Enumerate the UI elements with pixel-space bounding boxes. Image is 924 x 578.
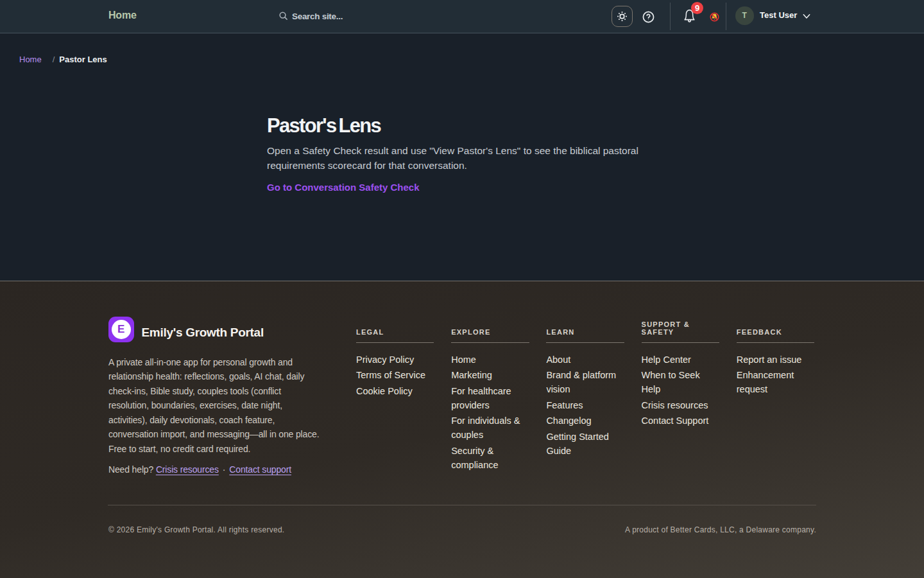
breadcrumb-current: Pastor Lens — [59, 55, 107, 64]
footer-link-item: Cookie Policy — [356, 384, 434, 398]
user-name: Test User — [760, 10, 797, 20]
page-title: Pastor's Lens — [267, 114, 657, 137]
footer-divider — [108, 505, 816, 505]
crisis-resources-link[interactable]: Crisis resources — [156, 464, 219, 475]
footer-column-rule — [642, 342, 719, 343]
footer-column-rule — [546, 342, 624, 343]
footer-column-links: HomeMarketingFor healthcare providersFor… — [451, 353, 529, 473]
search-input[interactable] — [292, 12, 433, 21]
footer-link[interactable]: Privacy Policy — [356, 353, 414, 367]
theme-toggle-button[interactable] — [612, 6, 633, 27]
footer-link[interactable]: Home — [451, 353, 476, 367]
help-button[interactable] — [642, 10, 656, 24]
footer-link-item: Marketing — [451, 368, 529, 382]
help-circle-icon — [642, 10, 656, 24]
footer-link-item: Security & compliance — [451, 444, 529, 472]
footer-link-item: Contact Support — [642, 414, 719, 428]
need-help-row: Need help? Crisis resources·Contact supp… — [108, 464, 321, 475]
footer-column-rule — [737, 342, 814, 343]
notifications-button[interactable]: 9 — [684, 8, 697, 25]
footer-link[interactable]: Help Center — [642, 353, 691, 367]
brand-logo: E — [108, 317, 134, 342]
footer-link[interactable]: Features — [546, 398, 583, 412]
footer-column-links: Privacy PolicyTerms of ServiceCookie Pol… — [356, 353, 434, 398]
footer-link[interactable]: Report an issue — [737, 353, 802, 367]
footer-link-item: Home — [451, 353, 529, 367]
footer-link[interactable]: Getting Started Guide — [546, 430, 624, 458]
muted-bell-icon[interactable] — [710, 12, 719, 21]
footer-link-item: Enhancement request — [737, 368, 814, 396]
footer-column-rule — [356, 342, 434, 343]
footer-column-heading: EXPLORE — [451, 317, 529, 337]
footer-link-item: For individuals & couples — [451, 414, 529, 442]
footer-link-item: Features — [546, 398, 624, 412]
sun-icon — [617, 11, 628, 22]
footer-column: EXPLOREHomeMarketingFor healthcare provi… — [451, 317, 529, 475]
footer-column-heading: SUPPORT & SAFETY — [642, 317, 719, 337]
breadcrumb-separator: / — [53, 55, 55, 64]
main-content: Pastor's Lens Open a Safety Check result… — [267, 114, 657, 193]
brand-description: A private all-in-one app for personal gr… — [108, 355, 323, 457]
breadcrumb-home-link[interactable]: Home — [19, 55, 42, 64]
footer-link-item: Terms of Service — [356, 368, 434, 382]
top-navbar: Home — [0, 0, 924, 33]
brand-name: Emily's Growth Portal — [142, 326, 264, 340]
notification-badge: 9 — [691, 2, 703, 14]
footer-link[interactable]: Enhancement request — [737, 368, 814, 396]
footer-column-rule — [451, 342, 529, 343]
footer-link[interactable]: Crisis resources — [642, 398, 708, 412]
footer-column: FEEDBACKReport an issueEnhancement reque… — [737, 317, 814, 475]
footer-link[interactable]: Contact Support — [642, 414, 709, 428]
footer-column-links: Help CenterWhen to Seek HelpCrisis resou… — [642, 353, 719, 428]
footer-column: SUPPORT & SAFETYHelp CenterWhen to Seek … — [642, 317, 719, 475]
footer-column: LEGALPrivacy PolicyTerms of ServiceCooki… — [356, 317, 434, 475]
copyright-text: © 2026 Emily's Growth Portal. All rights… — [108, 525, 284, 534]
site-search[interactable] — [278, 0, 433, 33]
avatar: T — [735, 6, 754, 25]
footer-column: LEARNAboutBrand & platform visionFeature… — [546, 317, 624, 475]
footer-link-item: About — [546, 353, 624, 367]
footer-link-item: When to Seek Help — [642, 368, 719, 396]
footer-link[interactable]: About — [546, 353, 570, 367]
footer-column-links: AboutBrand & platform visionFeaturesChan… — [546, 353, 624, 459]
footer-link[interactable]: Brand & platform vision — [546, 368, 624, 396]
footer-link-item: Privacy Policy — [356, 353, 434, 367]
footer-link[interactable]: For healthcare providers — [451, 384, 529, 412]
footer-link-item: Changelog — [546, 414, 624, 428]
footer-link-columns: LEGALPrivacy PolicyTerms of ServiceCooki… — [356, 317, 814, 475]
footer-link-item: Report an issue — [737, 353, 814, 367]
footer: E Emily's Growth Portal A private all-in… — [0, 281, 924, 578]
help-separator: · — [223, 464, 226, 475]
contact-support-link[interactable]: Contact support — [229, 464, 291, 475]
footer-link[interactable]: For individuals & couples — [451, 414, 529, 442]
footer-link-item: Help Center — [642, 353, 719, 367]
need-help-label: Need help? — [108, 464, 153, 475]
page-description: Open a Safety Check result and use "View… — [267, 144, 657, 173]
footer-column-heading: FEEDBACK — [737, 317, 814, 337]
footer-link[interactable]: Changelog — [546, 414, 591, 428]
nav-home-link[interactable]: Home — [108, 10, 137, 21]
footer-column-links: Report an issueEnhancement request — [737, 353, 814, 397]
breadcrumb: Home / Pastor Lens — [0, 33, 924, 64]
footer-link[interactable]: Security & compliance — [451, 444, 529, 472]
nav-divider — [726, 3, 726, 30]
brand-logo-initial: E — [112, 320, 132, 340]
chevron-down-icon — [801, 11, 812, 21]
footer-link[interactable]: Terms of Service — [356, 368, 425, 382]
footer-link-item: Crisis resources — [642, 398, 719, 412]
footer-link-item: Getting Started Guide — [546, 430, 624, 458]
footer-link-item: Brand & platform vision — [546, 368, 624, 396]
footer-column-heading: LEARN — [546, 317, 624, 337]
go-to-safety-check-link[interactable]: Go to Conversation Safety Check — [267, 182, 420, 193]
footer-column-heading: LEGAL — [356, 317, 434, 337]
search-icon — [278, 11, 288, 21]
nav-divider — [670, 3, 671, 30]
footer-link[interactable]: Cookie Policy — [356, 384, 413, 398]
product-note: A product of Better Cards, LLC, a Delawa… — [625, 525, 816, 534]
footer-link[interactable]: Marketing — [451, 368, 492, 382]
footer-link-item: For healthcare providers — [451, 384, 529, 412]
footer-link[interactable]: When to Seek Help — [642, 368, 719, 396]
